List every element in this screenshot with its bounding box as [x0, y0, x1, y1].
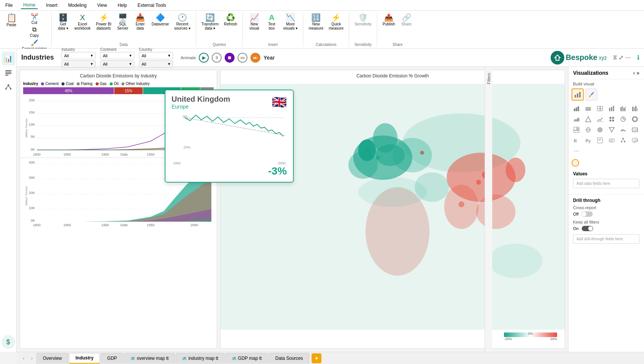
- viz-treemap[interactable]: [572, 125, 581, 135]
- sidebar-item-report[interactable]: 📊: [2, 52, 15, 65]
- filter-icon[interactable]: ⧖: [613, 54, 617, 61]
- tab-industry-map[interactable]: 🗺️ industry map tt: [176, 353, 225, 364]
- new-measure-button[interactable]: 🔢 Newmeasure: [306, 12, 326, 32]
- power-bi-datasets-button[interactable]: ⚡ Power BIdatasets: [94, 12, 114, 32]
- add-tab-button[interactable]: +: [312, 353, 321, 363]
- viz-chart-tab[interactable]: [572, 88, 584, 101]
- menu-view[interactable]: View: [95, 2, 109, 9]
- toolbar-actions: ⧖ ⤢ ⋯: [613, 54, 631, 61]
- continent-dropdown[interactable]: All ▾: [100, 52, 134, 59]
- expand-icon[interactable]: ⤢: [619, 54, 624, 61]
- viz-scatter[interactable]: [583, 114, 593, 124]
- svg-text:2000: 2000: [191, 223, 198, 227]
- tab-overview-map[interactable]: 🗺️ overview map tt: [124, 353, 175, 364]
- tab-industry[interactable]: Industry: [69, 353, 100, 364]
- values-placeholder[interactable]: Add data fields here: [573, 179, 639, 188]
- country-dropdown[interactable]: All ▾: [139, 52, 173, 59]
- more-options-icon[interactable]: ⋯: [625, 54, 631, 61]
- tab-overview[interactable]: Overview: [36, 353, 68, 364]
- viz-format-tab[interactable]: 🖌️: [585, 88, 597, 101]
- viz-area-chart[interactable]: [572, 114, 581, 124]
- tab-gdp[interactable]: GDP: [101, 353, 123, 364]
- copy-button[interactable]: ⧉ Copy: [20, 25, 48, 38]
- viz-card[interactable]: 123: [630, 125, 640, 135]
- country-filter: Country All ▾ All ▾: [139, 47, 173, 68]
- viz-stacked-bar[interactable]: [607, 104, 617, 113]
- viz-smart-narrative[interactable]: [607, 136, 617, 145]
- svg-point-60: [476, 194, 516, 229]
- left-chart-title: Carbon Dioxide Emissions by Industry: [20, 70, 217, 82]
- viz-line-area[interactable]: [595, 114, 605, 124]
- viz-qa[interactable]: Q&A: [630, 136, 640, 145]
- dataverse-button[interactable]: 🔷 Dataverse: [149, 12, 171, 28]
- keep-filters-toggle[interactable]: [582, 226, 593, 231]
- sidebar-item-data[interactable]: [2, 66, 15, 80]
- cross-report-toggle[interactable]: [581, 211, 593, 217]
- recent-sources-button[interactable]: 🕐 Recentsources ▾: [172, 12, 193, 32]
- menu-file[interactable]: File: [3, 2, 15, 9]
- sidebar-item-model[interactable]: [2, 80, 15, 94]
- viz-python-script[interactable]: [595, 136, 605, 145]
- pause-button[interactable]: ⏸: [212, 53, 222, 63]
- quick-measure-button[interactable]: ⚡ Quickmeasure: [326, 12, 346, 32]
- viz-line-chart[interactable]: [595, 104, 605, 113]
- excel-button[interactable]: X Excelworkbook: [72, 12, 93, 32]
- transform-data-button[interactable]: 🔄 Transformdata ▾: [199, 12, 221, 32]
- fast-forward-button[interactable]: ⏭: [250, 53, 260, 63]
- svg-point-124: [622, 138, 624, 139]
- viz-kpi[interactable]: R: [572, 136, 581, 145]
- viz-column-chart[interactable]: [583, 104, 593, 113]
- menu-insert[interactable]: Insert: [44, 2, 60, 9]
- sensitivity-button[interactable]: 🛡️ Sensitivity: [352, 12, 374, 28]
- text-box-button[interactable]: A Textbox: [263, 12, 280, 32]
- get-data-button[interactable]: 🗄️ Getdata ▾: [55, 12, 71, 32]
- viz-more[interactable]: ⋯: [572, 146, 581, 156]
- right-panel: Visualizations ‹ » Build visual 🖌️: [568, 67, 644, 352]
- sidebar-item-dax[interactable]: $: [2, 335, 15, 349]
- stop-button[interactable]: ⏹: [225, 53, 235, 63]
- menu-home[interactable]: Home: [21, 2, 38, 9]
- tab-data-sources[interactable]: Data Sources: [269, 353, 310, 364]
- menu-modeling[interactable]: Modeling: [66, 2, 89, 9]
- viz-map[interactable]: [583, 125, 593, 135]
- viz-ribbon[interactable]: [607, 114, 617, 124]
- viz-waterfall[interactable]: [630, 104, 640, 113]
- cut-button[interactable]: ✂️ Cut: [20, 12, 48, 25]
- menu-external-tools[interactable]: External Tools: [135, 2, 168, 9]
- tab-next-arrow[interactable]: ›: [28, 355, 36, 362]
- sql-server-button[interactable]: 🖥️ SQLServer: [114, 12, 131, 32]
- share-button[interactable]: 🔗 Share: [398, 12, 415, 28]
- viz-gauge[interactable]: [618, 125, 628, 135]
- viz-r-script[interactable]: Py: [583, 136, 593, 145]
- tab-prev-arrow[interactable]: ‹: [20, 355, 27, 362]
- info-icon[interactable]: ℹ: [637, 54, 639, 61]
- logo-icon: [551, 51, 564, 65]
- play-button[interactable]: ▶: [199, 53, 209, 63]
- drill-fields-placeholder[interactable]: Add drill-through fields here: [573, 234, 639, 244]
- viz-donut[interactable]: [630, 114, 640, 124]
- panel-expand-button[interactable]: »: [636, 70, 639, 76]
- new-visual-button[interactable]: 📈 Newvisual: [246, 12, 263, 32]
- rewind-button[interactable]: ⏮: [238, 53, 247, 63]
- menu-help[interactable]: Help: [115, 2, 129, 9]
- viz-funnel[interactable]: [607, 125, 617, 135]
- industry-dropdown[interactable]: All ▾: [61, 52, 96, 59]
- viz-decomp-tree[interactable]: [618, 136, 628, 145]
- panel-collapse-button[interactable]: ‹: [633, 70, 635, 76]
- viz-bar-chart[interactable]: [572, 104, 581, 113]
- map-title: Carbon Dioxide Emission % Growth: [220, 70, 565, 82]
- more-visuals-button[interactable]: 📉 Morevisuals ▾: [281, 12, 300, 32]
- enter-data-button[interactable]: 📥 Enterdata: [132, 12, 148, 32]
- tab-gdp-map[interactable]: 🗺️ GDP map tt: [225, 353, 268, 364]
- viz-pie[interactable]: [618, 114, 628, 124]
- paste-button[interactable]: 📋 Paste: [3, 12, 20, 28]
- refresh-button[interactable]: ♻️ Refresh: [222, 12, 239, 28]
- viz-filled-map[interactable]: [595, 125, 605, 135]
- viz-grouped-bar[interactable]: [618, 104, 628, 113]
- viz-panel: Carbon Dioxide Emissions by Industry Ind…: [17, 67, 568, 352]
- publish-button[interactable]: 📤 Publish: [380, 12, 397, 28]
- sensitivity-label: Sensitivity: [352, 41, 374, 47]
- ribbon: 📋 Paste ✂️ Cut ⧉ Copy 🖌️ Format painter …: [0, 11, 644, 49]
- svg-text:Q&A: Q&A: [634, 139, 638, 142]
- drill-section: Drill through Cross-report Off Keep all …: [568, 194, 644, 250]
